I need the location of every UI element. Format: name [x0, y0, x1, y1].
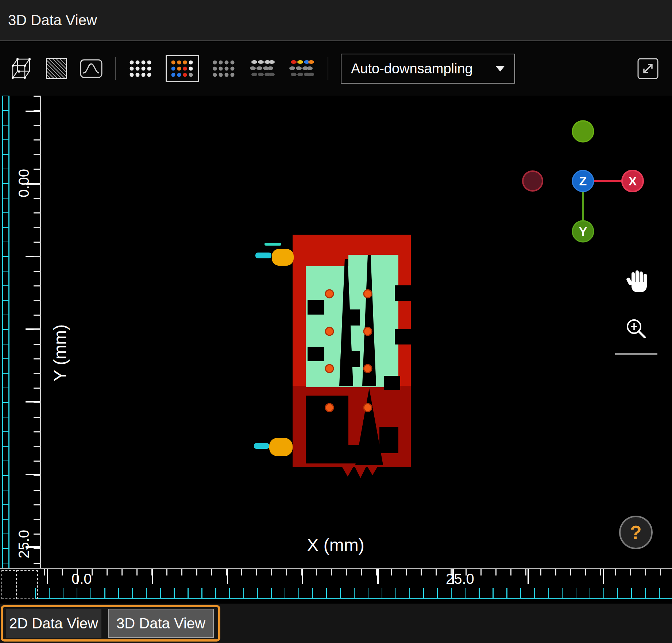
selected-frame — [166, 55, 199, 82]
orientation-gizmo[interactable]: Z X Y — [514, 118, 653, 243]
window-title: 3D Data View — [0, 12, 97, 28]
hatched-plane-icon — [46, 58, 67, 79]
point-grid-colored-icon — [170, 59, 195, 78]
toolbar-separator — [115, 57, 116, 80]
downsampling-dropdown-label: Auto-downsampling — [351, 61, 473, 77]
layers-colored-button[interactable] — [288, 58, 315, 79]
toolbar-separator — [328, 57, 328, 80]
gizmo-axis-red-left[interactable] — [523, 171, 542, 191]
tool-divider — [615, 353, 657, 355]
point-grid-colored-button[interactable] — [166, 55, 199, 82]
profile-curve-button[interactable] — [80, 59, 103, 78]
zoom-in-icon[interactable] — [624, 317, 648, 341]
point-grid-white-icon — [128, 59, 153, 78]
cube-3d-icon — [9, 57, 34, 81]
plane-view-button[interactable] — [46, 58, 67, 79]
gizmo-z-label: Z — [579, 174, 587, 188]
3d-data-view-window: 3D Data View — [0, 0, 672, 643]
point-grid-gray-button[interactable] — [212, 59, 236, 78]
title-bar: 3D Data View — [0, 0, 672, 41]
help-label: ? — [630, 521, 642, 543]
expand-icon — [636, 57, 660, 80]
downsampling-dropdown[interactable]: Auto-downsampling — [341, 54, 515, 84]
tab-3d-data-view[interactable]: 3D Data View — [108, 609, 214, 638]
cube-3d-view-button[interactable] — [9, 57, 34, 81]
profile-curve-icon — [80, 59, 103, 78]
gizmo-y-label: Y — [579, 224, 587, 238]
point-grid-gray-icon — [212, 59, 236, 78]
pan-hand-icon[interactable] — [625, 269, 652, 295]
point-grid-white-button[interactable] — [128, 59, 153, 78]
toolbar: Auto-downsampling — [0, 42, 672, 96]
plot-area[interactable]: 0.00 25.0 Y (mm) 0.0 25.0 X (mm) — [0, 96, 672, 604]
gizmo-x-label: X — [629, 174, 637, 188]
expand-view-button[interactable] — [636, 57, 660, 80]
tab-2d-data-view[interactable]: 2D Data View — [6, 609, 101, 638]
chevron-down-icon — [495, 66, 505, 72]
layers-gray-button[interactable] — [249, 58, 276, 79]
help-button[interactable]: ? — [619, 516, 653, 549]
layers-gray-icon — [249, 58, 276, 79]
tab-bar: 2D Data View 3D Data View — [0, 604, 672, 643]
gizmo-axis-green-top[interactable] — [572, 121, 594, 142]
layers-colored-icon — [288, 58, 315, 79]
